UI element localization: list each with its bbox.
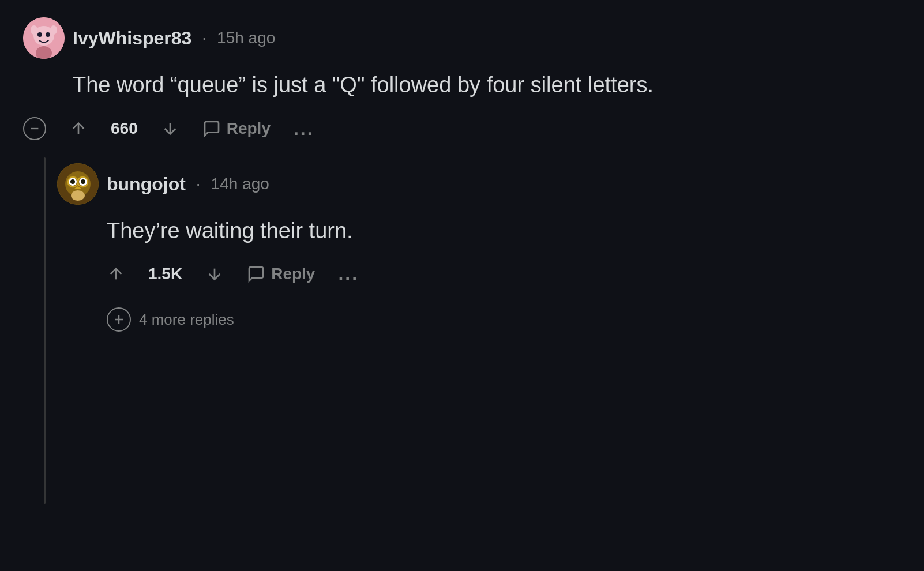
reply-upvote-button[interactable]: [107, 265, 125, 283]
comment-header: IvyWhisper83 · 15h ago: [23, 17, 901, 59]
separator: ·: [202, 29, 206, 47]
reply-more-options-button[interactable]: ...: [338, 263, 359, 284]
reply-downvote-button[interactable]: [205, 265, 224, 283]
svg-point-4: [37, 32, 42, 37]
reply-vote-count: 1.5K: [148, 265, 182, 283]
top-comment: IvyWhisper83 · 15h ago The word “queue” …: [23, 17, 901, 504]
thread-line: [44, 157, 46, 504]
timestamp: 15h ago: [217, 29, 275, 47]
more-options-button[interactable]: ...: [294, 118, 314, 140]
collapse-button[interactable]: [23, 117, 46, 140]
username[interactable]: IvyWhisper83: [73, 28, 191, 49]
svg-point-2: [31, 25, 37, 35]
reply-avatar: [57, 163, 99, 205]
reply-actions: 1.5K Rep: [107, 263, 901, 284]
svg-point-3: [50, 25, 57, 35]
reply-body: They’re waiting their turn.: [107, 215, 901, 247]
svg-point-5: [46, 32, 50, 37]
reply-label: Reply: [227, 119, 271, 138]
more-replies-label[interactable]: 4 more replies: [139, 311, 234, 329]
reply-reply-label: Reply: [271, 265, 315, 283]
vote-count: 660: [111, 119, 138, 138]
top-actions-row: 660 Reply ...: [23, 117, 901, 140]
svg-point-14: [70, 179, 75, 184]
vertical-line: [44, 157, 46, 504]
expand-replies-button[interactable]: [107, 307, 131, 332]
reply-comment: bungojot · 14h ago They’re waiting their…: [57, 163, 901, 332]
avatar: [23, 17, 65, 59]
replies-section: bungojot · 14h ago They’re waiting their…: [57, 157, 901, 504]
svg-point-15: [81, 179, 85, 184]
reply-username[interactable]: bungojot: [107, 174, 186, 195]
reply-separator: ·: [196, 175, 201, 193]
svg-point-20: [71, 190, 85, 201]
reply-reply-button[interactable]: Reply: [247, 265, 315, 283]
more-replies-row: 4 more replies: [107, 307, 901, 332]
upvote-button[interactable]: [69, 119, 88, 138]
reply-header: bungojot · 14h ago: [57, 163, 901, 205]
reply-timestamp: 14h ago: [211, 175, 269, 193]
comment-body: The word “queue” is just a "Q" followed …: [73, 69, 901, 101]
page-container: IvyWhisper83 · 15h ago The word “queue” …: [0, 0, 924, 521]
thread-container: bungojot · 14h ago They’re waiting their…: [23, 157, 901, 504]
downvote-button[interactable]: [161, 119, 179, 138]
reply-button[interactable]: Reply: [202, 119, 271, 138]
